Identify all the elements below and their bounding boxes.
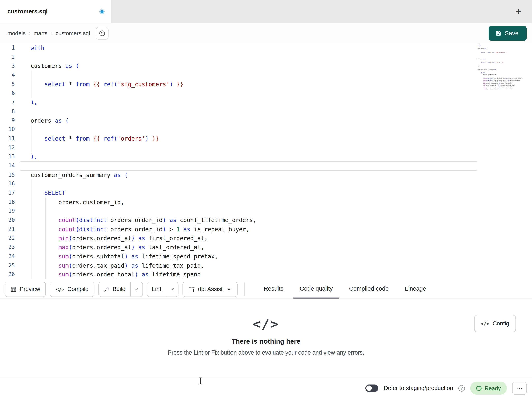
format-code-button[interactable] [95, 27, 108, 40]
preview-label: Preview [20, 286, 40, 293]
tab-results[interactable]: Results [258, 280, 290, 299]
minimap[interactable]: withcustomers as ( select * from {{ ref(… [477, 45, 509, 90]
empty-state-subtitle: Press the Lint or Fix button above to ev… [0, 349, 532, 356]
breadcrumb-models[interactable]: models [7, 30, 25, 36]
lint-split-button: Lint [147, 282, 179, 297]
chevron-right-icon: › [29, 30, 31, 37]
build-split-button: Build [98, 282, 143, 297]
chevron-down-icon [170, 287, 175, 292]
build-label: Build [113, 286, 126, 293]
compile-label: Compile [67, 286, 89, 293]
file-tab-title: customers.sql [7, 8, 48, 15]
config-button[interactable]: </> Config [474, 315, 516, 332]
save-button[interactable]: Save [488, 26, 526, 41]
code-lines[interactable]: 1with23customers as (45 select * from {{… [0, 44, 532, 279]
tab-lineage[interactable]: Lineage [399, 280, 432, 299]
magic-edit-icon [189, 286, 195, 293]
editor-toolbar: Preview </> Compile Build [0, 280, 532, 299]
dbt-assist-button[interactable]: dbt Assist [183, 282, 238, 297]
new-tab-button[interactable]: + [511, 0, 526, 23]
build-dropdown-button[interactable] [130, 282, 143, 297]
defer-toggle[interactable] [366, 385, 378, 392]
ready-label: Ready [485, 385, 501, 391]
breadcrumb-marts[interactable]: marts [34, 30, 48, 36]
code-icon: </> [56, 287, 64, 292]
unsaved-changes-dot-icon [99, 9, 104, 14]
config-label: Config [493, 320, 509, 327]
chevron-right-icon: › [51, 30, 53, 37]
tab-bar: customers.sql + [0, 0, 532, 23]
save-button-label: Save [505, 30, 518, 37]
tab-compiled-code[interactable]: Compiled code [343, 280, 395, 299]
lint-label: Lint [152, 286, 161, 293]
table-icon [10, 286, 17, 292]
build-button[interactable]: Build [99, 282, 130, 297]
ide-window: customers.sql + models › marts › custome… [0, 0, 532, 398]
chevron-down-icon [226, 287, 232, 292]
hammer-icon [104, 286, 110, 292]
help-icon[interactable]: ? [458, 385, 465, 391]
chevron-down-icon [134, 287, 139, 292]
toolbar-divider [244, 282, 245, 296]
dbt-assist-label: dbt Assist [198, 286, 223, 293]
breadcrumb-row: models › marts › customers.sql [0, 23, 532, 44]
code-quality-panel: </> There is nothing here Press the Lint… [0, 299, 532, 378]
code-icon: </> [481, 321, 489, 326]
lint-dropdown-button[interactable] [166, 282, 178, 297]
preview-button[interactable]: Preview [5, 282, 46, 297]
defer-label: Defer to staging/production [384, 385, 453, 391]
tab-code-quality[interactable]: Code quality [294, 280, 339, 299]
code-icon: </> [0, 299, 532, 331]
lint-button[interactable]: Lint [147, 282, 166, 297]
result-tabs: Results Code quality Compiled code Linea… [258, 280, 432, 299]
breadcrumb-customers-sql[interactable]: customers.sql [56, 30, 90, 36]
status-badge: Ready [470, 382, 507, 395]
more-options-button[interactable]: ⋯ [512, 382, 526, 395]
file-tab-customers-sql[interactable]: customers.sql [0, 0, 111, 23]
code-editor[interactable]: 1with23customers as (45 select * from {{… [0, 44, 532, 280]
save-icon [495, 30, 501, 36]
status-bar: Defer to staging/production ? Ready ⋯ [0, 378, 532, 398]
ready-circle-icon [476, 385, 481, 391]
toggle-knob [367, 385, 372, 391]
compile-button[interactable]: </> Compile [50, 282, 94, 297]
format-icon [99, 30, 105, 37]
empty-state-title: There is nothing here [0, 338, 532, 346]
